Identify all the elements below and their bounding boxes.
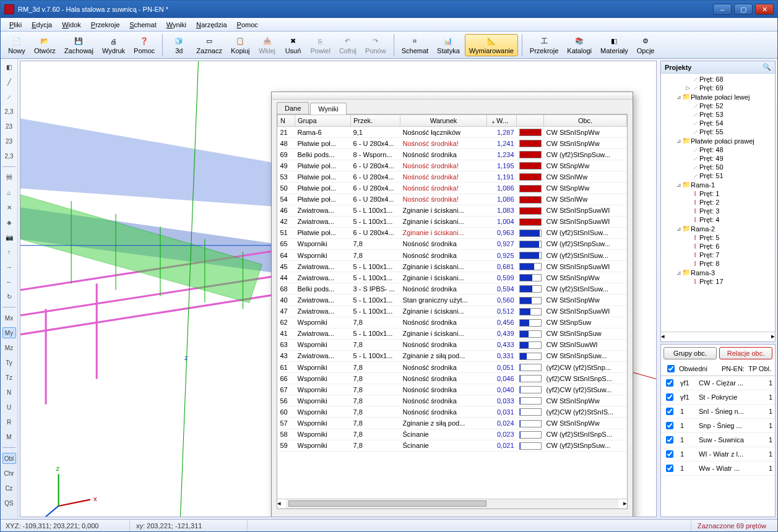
dokument-button[interactable]: ≣Dokument — [429, 517, 483, 517]
load-row[interactable]: 1Ww - Wiatr ...1 — [661, 461, 775, 476]
tree-item[interactable]: ⟋Pręt: 55 — [662, 127, 774, 136]
lt-Mz[interactable]: Mz — [2, 342, 16, 353]
lt-mid-4[interactable]: 📷 — [2, 231, 16, 242]
tree-item[interactable]: ⟋Pręt: 48 — [662, 145, 774, 154]
load-row[interactable]: 1Snp - Śnieg ...1 — [661, 419, 775, 433]
lt-top-2[interactable]: ⟋ — [2, 91, 16, 102]
result-row[interactable]: 46Zwiatrowa...5 - L 100x1...Zginanie i ś… — [278, 205, 627, 216]
tree-item[interactable]: IPręt: 7 — [662, 251, 774, 259]
tb-schemat[interactable]: ⌗Schemat — [398, 35, 432, 56]
result-row[interactable]: 50Płatwie poł...6 - U 280x4...Nośność śr… — [278, 182, 627, 194]
lt-Obl[interactable]: Obl — [2, 453, 16, 464]
col-5[interactable] — [517, 115, 544, 127]
lt-Mx[interactable]: Mx — [2, 312, 16, 324]
lt-top-6[interactable]: 2,3 — [2, 150, 16, 161]
konteksty-button[interactable]: Konteksty — [488, 517, 532, 518]
menu-bar[interactable]: PlikiEdycjaWidokPrzekrojeSchematWynikiNa… — [1, 18, 777, 32]
relacje-obc-button[interactable]: Relacje obc. — [719, 347, 772, 359]
col-4[interactable]: ▴ W... — [487, 115, 517, 127]
maximize-button[interactable]: ▢ — [734, 4, 753, 15]
result-row[interactable]: 63Wsporniki7,8Nośność środnika0,433CW St… — [278, 339, 627, 350]
result-row[interactable]: 41Zwiatrowa...5 - L 100x1...Zginanie i ś… — [278, 328, 627, 339]
tb-kopiuj[interactable]: 📋Kopiuj — [227, 35, 254, 56]
col-3[interactable]: Warunek — [400, 115, 487, 127]
lt-top-1[interactable]: ╱ — [2, 76, 16, 87]
lt-N[interactable]: N — [2, 387, 16, 398]
obwiedni-check[interactable]: Obwiedni — [665, 363, 707, 374]
tb-zaznacz[interactable]: ▭Zaznacz — [192, 35, 226, 56]
result-row[interactable]: 21Rama-69,1Nośność łączników1,287CW StSn… — [278, 127, 627, 138]
col-1[interactable]: Grupa — [295, 115, 351, 127]
tree-item[interactable]: IPręt: 3 — [662, 207, 774, 215]
tb-usuń[interactable]: ✖Usuń — [281, 35, 306, 56]
result-row[interactable]: 44Zwiatrowa...5 - L 100x1...Zginanie i ś… — [278, 272, 627, 283]
result-row[interactable]: 43Zwiatrowa...5 - L 100x1...Zginanie z s… — [278, 350, 627, 361]
tab-wyniki[interactable]: Wyniki — [310, 103, 346, 114]
lt-mid-6[interactable]: → — [2, 261, 16, 272]
tree-item[interactable]: ⊿📁Rama-1 — [662, 180, 774, 189]
lt-top-3[interactable]: 2,3 — [2, 106, 16, 117]
tree-item[interactable]: ⟋Pręt: 50 — [662, 163, 774, 171]
result-row[interactable]: 45Zwiatrowa...5 - L 100x1...Zginanie i ś… — [278, 261, 627, 272]
lt-My[interactable]: My — [2, 327, 16, 338]
result-row[interactable]: 48Płatwie poł...6 - U 280x4...Nośność śr… — [278, 138, 627, 149]
result-row[interactable]: 60Wsporniki7,8Nośność środnika0,031(γf2)… — [278, 406, 627, 418]
loads-list[interactable]: γf1CW - Ciężar ...1γf1St - Pokrycie11SnI… — [661, 376, 775, 517]
result-row[interactable]: 40Zwiatrowa...5 - L 100x1...Stan granicz… — [278, 294, 627, 306]
tree-item[interactable]: IPręt: 5 — [662, 233, 774, 242]
lt-Ty[interactable]: Ty — [2, 357, 16, 368]
lt-mid-5[interactable]: ↑ — [2, 246, 16, 257]
load-row[interactable]: γf1St - Pokrycie1 — [661, 390, 775, 405]
tb-nowy[interactable]: 📄Nowy — [4, 35, 29, 56]
menu-pliki[interactable]: Pliki — [4, 19, 27, 30]
load-row[interactable]: 1WI - Wiatr z l...1 — [661, 447, 775, 461]
tree-item[interactable]: ⟋Pręt: 51 — [662, 171, 774, 180]
lt-mid-8[interactable]: ↻ — [2, 291, 16, 302]
tb-otwórz[interactable]: 📂Otwórz — [30, 35, 59, 56]
tb-opcje[interactable]: ⚙Opcje — [633, 35, 659, 56]
viewport-3d[interactable]: x z z Dane Wyniki NGrupaPrzek.Warunek▴ — [20, 61, 657, 517]
left-toolbar[interactable]: ◧╱⟋2,323232,3卌⌂✕◈📷↑→←↻MxMyMzTyTzNURMOblC… — [1, 59, 18, 519]
result-row[interactable]: 47Zwiatrowa...5 - L 100x1...Zginanie i ś… — [278, 306, 627, 317]
tab-dane[interactable]: Dane — [277, 102, 309, 114]
lt-Cz[interactable]: Cz — [2, 483, 16, 494]
result-row[interactable]: 54Płatwie poł...6 - U 280x4...Nośność śr… — [278, 194, 627, 205]
result-row[interactable]: 56Wsporniki7,8Nośność środnika0,033CW St… — [278, 395, 627, 406]
lt-Chr[interactable]: Chr — [2, 468, 16, 479]
lt-U[interactable]: U — [2, 401, 16, 413]
tree-item[interactable]: IPręt: 17 — [662, 277, 774, 286]
tb-3d[interactable]: 🧊3d — [166, 35, 191, 56]
lt-mid-0[interactable]: 卌 — [2, 172, 16, 183]
lt-M[interactable]: M — [2, 431, 16, 442]
tree-item[interactable]: IPręt: 1 — [662, 189, 774, 198]
tb-przekroje[interactable]: 工Przekroje — [526, 35, 562, 56]
result-row[interactable]: 67Wsporniki7,8Nośność środnika0,040(γf2)… — [278, 384, 627, 395]
tb-materiały[interactable]: ◧Materiały — [597, 35, 632, 56]
result-row[interactable]: 69Belki pods...8 - Wsporn...Nośność środ… — [278, 149, 627, 160]
tb-zachowaj[interactable]: 💾Zachowaj — [61, 35, 97, 56]
result-row[interactable]: 66Wsporniki7,8Nośność środnika0,046(γf2)… — [278, 373, 627, 384]
tree-item[interactable]: ▷⟋Pręt: 69 — [662, 84, 774, 92]
tree-item[interactable]: ⊿📁Płatwie połaci lewej — [662, 92, 774, 101]
search-icon[interactable]: 🔍 — [763, 63, 771, 71]
load-row[interactable]: 1Suw - Suwnica1 — [661, 433, 775, 447]
tree-item[interactable]: IPręt: 4 — [662, 215, 774, 224]
result-row[interactable]: 61Wsporniki7,8Nośność środnika0,051(γf2)… — [278, 361, 627, 372]
lt-top-0[interactable]: ◧ — [2, 61, 16, 72]
col-2[interactable]: Przek. — [351, 115, 400, 127]
results-grid[interactable]: NGrupaPrzek.Warunek▴ W...Obc. 21Rama-69,… — [277, 114, 627, 499]
tb-katalogi[interactable]: 📚Katalogi — [563, 35, 595, 56]
grupy-obc-button[interactable]: Grupy obc. — [663, 347, 717, 359]
tb-statyka[interactable]: 📊Statyka — [433, 35, 464, 56]
result-row[interactable]: 51Płatwie poł...6 - U 280x4...Zginanie i… — [278, 227, 627, 238]
lt-mid-1[interactable]: ⌂ — [2, 187, 16, 198]
main-toolbar[interactable]: 📄Nowy📂Otwórz💾Zachowaj🖨Wydruk❓Pomoc🧊3d▭Za… — [1, 32, 777, 59]
result-row[interactable]: 68Belki pods...3 - S IPBS- ...Nośność śr… — [278, 283, 627, 294]
lt-Tz[interactable]: Tz — [2, 372, 16, 383]
result-row[interactable]: 53Płatwie poł...6 - U 280x4...Nośność śr… — [278, 171, 627, 182]
tree-item[interactable]: ⟋Pręt: 68 — [662, 75, 774, 84]
tree-item[interactable]: ⊿📁Płatwie połaci prawej — [662, 136, 774, 145]
lt-top-4[interactable]: 23 — [2, 121, 16, 132]
tree-item[interactable]: ⟋Pręt: 49 — [662, 154, 774, 163]
menu-narzędzia[interactable]: Narzędzia — [191, 19, 232, 30]
